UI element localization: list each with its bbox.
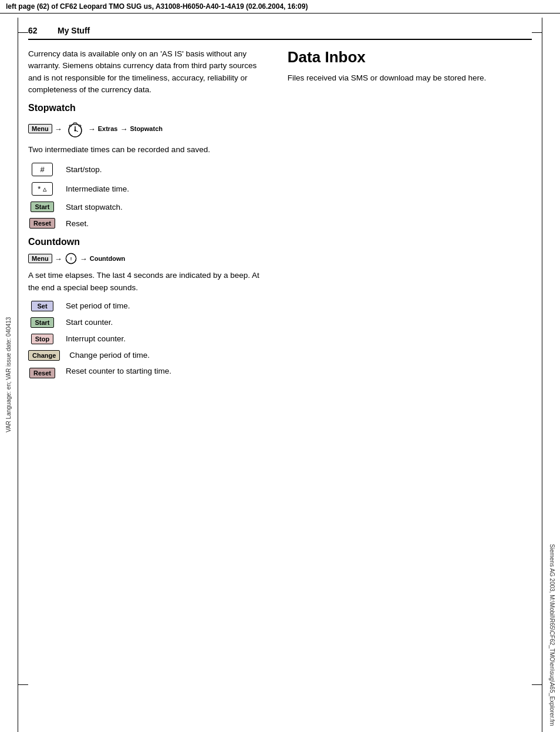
cdown-reset-key-cell: Reset <box>28 367 56 378</box>
vline-left <box>18 18 18 732</box>
right-column: Data Inbox Files received via SMS or dow… <box>288 48 532 732</box>
countdown-items: Set Set period of time. Start Start coun… <box>28 301 270 378</box>
left-column: Currency data is available only on an 'A… <box>28 48 270 732</box>
countdown-item-change: Change Change period of time. <box>28 350 270 361</box>
stopwatch-nav-arrow2: → <box>88 125 96 133</box>
stopwatch-nav-extras: Extras <box>98 125 118 132</box>
currency-intro-text: Currency data is available only on an 'A… <box>28 48 270 96</box>
countdown-nav-path: Menu → ! → Countdown <box>28 252 270 265</box>
stopwatch-nav-arrow1: → <box>55 125 62 133</box>
countdown-nav-arrow1: → <box>55 254 62 263</box>
countdown-nav-arrow2: → <box>80 254 87 263</box>
change-key-cell: Change <box>28 350 60 361</box>
sidebar-right: Siemens AG 2003, M:\Mobil\R65\CF62_TMO\e… <box>544 18 560 732</box>
start-softkey: Start <box>31 202 53 212</box>
stopwatch-nav-arrow3: → <box>120 125 127 133</box>
countdown-description: A set time elapses. The last 4 seconds a… <box>28 270 270 294</box>
start-key-cell: Start <box>28 202 56 212</box>
set-desc: Set period of time. <box>66 301 130 310</box>
stop-softkey: Stop <box>31 334 53 344</box>
change-desc: Change period of time. <box>69 351 150 360</box>
svg-point-6 <box>74 130 76 132</box>
data-inbox-heading: Data Inbox <box>288 48 532 66</box>
countdown-icon: ! <box>65 252 77 265</box>
stopwatch-heading: Stopwatch <box>28 103 270 113</box>
countdown-item-start: Start Start counter. <box>28 317 270 328</box>
two-column-layout: Currency data is available only on an 'A… <box>28 48 532 732</box>
htick-left-bottom <box>18 684 28 685</box>
cdown-reset-desc: Reset counter to starting time. <box>66 367 171 375</box>
stopwatch-item-start: Start Start stopwatch. <box>28 202 270 212</box>
header-text: left page (62) of CF62 Leopard TMO SUG u… <box>6 2 308 11</box>
htick-right-top <box>532 32 542 33</box>
sidebar-right-text: Siemens AG 2003, M:\Mobil\R65\CF62_TMO\e… <box>549 544 555 726</box>
svg-rect-2 <box>69 125 72 126</box>
countdown-item-reset: Reset Reset counter to starting time. <box>28 367 270 378</box>
stop-desc: Interrupt counter. <box>66 334 126 343</box>
svg-rect-3 <box>79 125 81 126</box>
countdown-item-stop: Stop Interrupt counter. <box>28 334 270 344</box>
hash-key: # <box>32 163 53 176</box>
cdown-start-key-cell: Start <box>28 317 56 328</box>
page-number: 62 <box>28 26 46 35</box>
cdown-reset-softkey: Reset <box>29 368 55 378</box>
start-desc: Start stopwatch. <box>66 203 123 211</box>
countdown-heading: Countdown <box>28 237 270 247</box>
reset-softkey: Reset <box>29 218 55 229</box>
main-content: 62 My Stuff Currency data is available o… <box>28 18 532 732</box>
stopwatch-item-star: * ▵ Intermediate time. <box>28 182 270 196</box>
sidebar-left-text: VAR Language: en; VAR issue date: 040413 <box>5 317 12 432</box>
star-desc: Intermediate time. <box>66 184 129 193</box>
hash-key-cell: # <box>28 163 56 176</box>
set-softkey: Set <box>31 301 53 311</box>
set-key-cell: Set <box>28 301 56 311</box>
hash-desc: Start/stop. <box>66 165 102 174</box>
countdown-nav-label: Countdown <box>90 255 125 262</box>
star-key: * ▵ <box>32 182 53 196</box>
countdown-nav-menu-key: Menu <box>28 254 52 263</box>
stopwatch-items: # Start/stop. * ▵ Intermediate time. Sta… <box>28 163 270 229</box>
countdown-item-set: Set Set period of time. <box>28 301 270 311</box>
stopwatch-item-hash: # Start/stop. <box>28 163 270 176</box>
page-title: My Stuff <box>58 26 90 35</box>
htick-left-top <box>18 32 28 33</box>
reset-key-cell: Reset <box>28 218 56 229</box>
stopwatch-nav-stopwatch-label: Stopwatch <box>130 125 163 132</box>
svg-text:!: ! <box>70 256 72 261</box>
stop-key-cell: Stop <box>28 334 56 344</box>
htick-right-bottom <box>532 684 542 685</box>
data-inbox-description: Files received via SMS or download may b… <box>288 72 532 84</box>
cdown-start-desc: Start counter. <box>66 318 113 327</box>
stopwatch-description: Two intermediate times can be recorded a… <box>28 144 270 156</box>
stopwatch-icon <box>65 118 86 139</box>
sidebar-left: VAR Language: en; VAR issue date: 040413 <box>0 18 16 732</box>
star-key-cell: * ▵ <box>28 182 56 196</box>
cdown-start-softkey: Start <box>31 317 53 328</box>
reset-desc: Reset. <box>66 219 89 228</box>
top-header: left page (62) of CF62 Leopard TMO SUG u… <box>0 0 560 14</box>
stopwatch-nav-path: Menu → → Extras <box>28 118 270 139</box>
svg-rect-1 <box>73 123 77 125</box>
change-softkey: Change <box>28 350 60 361</box>
page-header: 62 My Stuff <box>28 18 532 40</box>
vline-right <box>542 18 542 732</box>
stopwatch-item-reset: Reset Reset. <box>28 218 270 229</box>
stopwatch-nav-menu-key: Menu <box>28 124 52 133</box>
